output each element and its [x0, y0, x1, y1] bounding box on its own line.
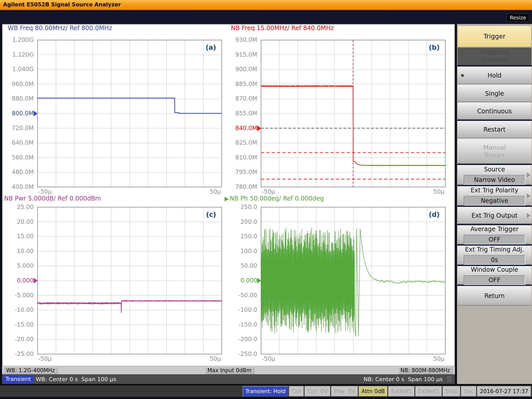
softkey-value-ext-trig-timing-adj: 0s: [464, 255, 525, 265]
measurement-mode-badge: Transient: [3, 375, 33, 383]
resize-button[interactable]: Resize: [506, 14, 529, 22]
plot-title-text: WB Freq 80.00MHz/ Ref 800.0MHz: [8, 24, 112, 32]
softkey-menu-items: Trigger toTransientHoldSingleContinuousR…: [457, 47, 532, 306]
softkey-window-couple[interactable]: Window CoupleOFF: [457, 266, 531, 285]
y-tick-label: 400.0M: [1, 183, 34, 190]
status-cell-svc: Svc: [461, 386, 476, 396]
status-cell-transient-hold: Transient: Hold: [243, 386, 288, 396]
y-tick-label: 5.000: [1, 263, 34, 269]
softkey-restart[interactable]: Restart: [457, 121, 531, 138]
softkey-average-trigger[interactable]: Average TriggerOFF: [457, 225, 531, 244]
y-tick-label: -250.0: [224, 351, 257, 357]
menu-bar: Resize: [0, 11, 532, 24]
plot-grid-d: [261, 207, 446, 355]
softkey-single[interactable]: Single: [457, 85, 531, 102]
y-tick-label: 780.0M: [224, 183, 257, 190]
x-tick-label-right: 50µ: [206, 188, 221, 195]
system-status-cells: Transient: HoldCorCtrl 0VPow 0VAttn 0dBE…: [243, 386, 531, 396]
softkey-label-line: Manual: [483, 144, 505, 152]
softkey-label-line: Trigger: [484, 152, 505, 159]
wb-sweep-label: WB: Center 0 s Span 100 µs: [36, 376, 116, 382]
selected-dot-icon: [461, 74, 464, 77]
softkey-value-ext-trig-polarity: Negative: [464, 196, 525, 206]
x-tick-label-left: -50µ: [262, 355, 275, 362]
y-tick-label: 0.000: [224, 277, 257, 284]
y-tick-label: 200.0: [224, 218, 257, 225]
system-status-bar: Transient: HoldCorCtrl 0VPow 0VAttn 0dBE…: [0, 385, 532, 397]
y-tick-label: -15.00: [1, 321, 34, 328]
status-cell-cor: Cor: [289, 386, 304, 396]
softkey-menu: Trigger Trigger toTransientHoldSingleCon…: [456, 24, 532, 384]
softkey-ext-trig-polarity[interactable]: Ext Trig PolarityNegative: [457, 186, 531, 206]
softkey-label-line: Transient: [480, 56, 508, 64]
sweep-bar-handle: [446, 375, 452, 383]
submenu-arrow-icon: [527, 193, 530, 198]
y-tick-label: 100.0: [224, 248, 257, 254]
y-tick-label: 480.0M: [1, 169, 34, 176]
softkey-ext-trig-output[interactable]: Ext Trig Output: [457, 207, 531, 224]
y-tick-label: 720.0M: [1, 125, 34, 131]
y-tick-label: 870.0M: [224, 95, 257, 102]
plot-title-a: WB Freq 80.00MHz/ Ref 800.0MHz: [8, 24, 112, 32]
status-cell-pow-0v: Pow 0V: [331, 386, 358, 396]
y-tick-label: 930.0M: [224, 36, 257, 43]
plot-title-text: NB Freq 15.00MHz/ Ref 840.0MHz: [231, 24, 334, 32]
y-tick-label: -10.00: [1, 307, 34, 313]
y-tick-label: 15.00: [1, 233, 34, 240]
window-titlebar: Agilent E5052B Signal Source Analyzer: [0, 0, 532, 10]
y-tick-label: 915.0M: [224, 51, 257, 58]
plot-title-c: NB Pwr 5.000dB/ Ref 0.000dBm: [4, 195, 101, 202]
softkey-return[interactable]: Return: [457, 286, 531, 306]
softkey-hold[interactable]: Hold: [457, 67, 531, 84]
y-tick-label: 10.00: [1, 248, 34, 254]
softkey-continuous[interactable]: Continuous: [457, 103, 531, 120]
softkey-label: Ext Trig Polarity: [471, 186, 518, 194]
softkey-label: Restart: [484, 126, 505, 133]
y-tick-label: 800.0M: [1, 110, 34, 117]
plot-grid-b: [261, 40, 446, 188]
y-tick-label: 1.200G: [1, 36, 34, 43]
plot-title-b: NB Freq 15.00MHz/ Ref 840.0MHz: [231, 24, 334, 32]
softkey-ext-trig-timing-adj[interactable]: Ext Trig Timing Adj.0s: [457, 246, 531, 265]
y-tick-label: 885.0M: [224, 81, 257, 87]
y-tick-label: 250.0: [224, 204, 257, 210]
plot-title-d: ▶NB Ph 50.00deg/ Ref 0.000deg: [225, 195, 324, 202]
softkey-value-average-trigger: OFF: [464, 235, 525, 244]
nb-sweep-label: NB: Center 0 s Span 100 µs: [364, 376, 443, 382]
softkey-trigger-to-transient: Trigger toTransient: [457, 47, 531, 65]
y-tick-label: 825.0M: [224, 140, 257, 146]
x-tick-label-left: -50µ: [262, 188, 275, 195]
softkey-label: Return: [484, 292, 505, 300]
y-tick-label: 150.0: [224, 233, 257, 240]
y-tick-label: 50.00: [224, 263, 257, 269]
band-status-bar: WB: 1.2G-400MHz Max Input 0dBm NB: 800M-…: [2, 366, 455, 374]
window-title: Agilent E5052B Signal Source Analyzer: [3, 2, 121, 8]
sweep-status-bar: Transient WB: Center 0 s Span 100 µs NB:…: [2, 374, 455, 384]
y-tick-label: -50.00: [224, 292, 257, 298]
y-tick-label: 25.00: [1, 204, 34, 210]
trace-b: [261, 86, 445, 166]
x-tick-label-right: 50µ: [206, 355, 221, 362]
plot-title-text: NB Ph 50.00deg/ Ref 0.000deg: [230, 195, 324, 202]
y-tick-label: 560.0M: [1, 154, 34, 161]
y-tick-label: 640.0M: [1, 140, 34, 146]
softkey-manual-trigger: ManualTrigger: [457, 139, 531, 164]
y-tick-label: -25.00: [1, 351, 34, 357]
status-cell-2016-07-27-17-37: 2016-07-27 17:37: [477, 386, 531, 396]
softkey-label: Source: [484, 166, 505, 173]
status-cell-attn-0db: Attn 0dB: [359, 386, 388, 396]
x-tick-label-right: 50µ: [430, 188, 444, 195]
nb-band-badge: NB: 800M-880MHz: [398, 367, 453, 374]
softkey-label: Single: [485, 90, 504, 97]
status-cell-ctrl-0v: Ctrl 0V: [305, 386, 330, 396]
submenu-arrow-icon: [527, 172, 530, 178]
y-tick-label: -20.00: [1, 336, 34, 343]
status-cell-stop: Stop: [443, 386, 461, 396]
softkey-source[interactable]: SourceNarrow Video: [457, 165, 531, 185]
x-tick-label-left: -50µ: [38, 355, 52, 362]
softkey-label: Continuous: [477, 107, 512, 115]
y-tick-label: 880.0M: [1, 95, 34, 102]
status-cell-extref1: ExtRef1: [388, 386, 415, 396]
x-tick-label-right: 50µ: [430, 355, 444, 362]
softkey-value-source: Narrow Video: [464, 175, 525, 185]
